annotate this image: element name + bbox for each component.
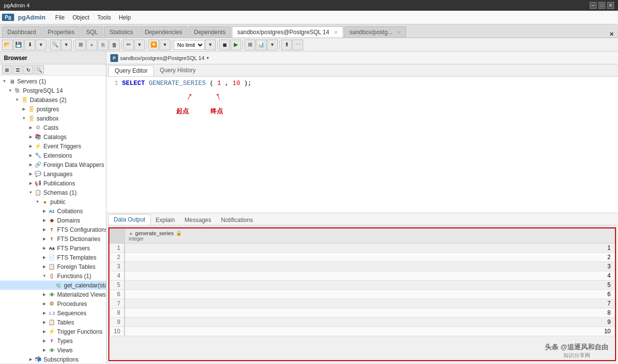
tree-types[interactable]: ▶ T Types [0, 336, 106, 345]
tab-close-icon2[interactable]: ✕ [397, 30, 401, 35]
tab-dashboard[interactable]: Dashboard [2, 26, 41, 38]
toolbar-upload-btn[interactable]: ⬆ [281, 40, 292, 50]
toolbar-dropdown2-btn[interactable]: ▾ [61, 40, 72, 50]
tab-dependencies[interactable]: Dependencies [139, 26, 187, 38]
tree-domains[interactable]: ▶ ◆ Domains [0, 216, 106, 225]
table-row[interactable]: 11 [110, 243, 615, 252]
maximize-button[interactable]: □ [598, 2, 605, 9]
tab-notifications[interactable]: Notifications [216, 215, 258, 225]
tree-tables[interactable]: ▶ 📋 Tables [0, 318, 106, 327]
tree-foreign-tables[interactable]: ▶ 📋 Foreign Tables [0, 262, 106, 271]
tree-subscriptions[interactable]: ▶ 📬 Subscriptions [0, 355, 106, 363]
close-button[interactable]: ✕ [607, 2, 614, 9]
tree-catalogs[interactable]: ▶ 📚 Catalogs [0, 132, 106, 142]
tab-query-editor[interactable]: Query Editor [108, 65, 154, 76]
table-row[interactable]: 66 [110, 289, 615, 299]
tree-databases[interactable]: ▼ 🗄 Databases (2) [0, 95, 106, 104]
toolbar-stop-btn[interactable]: ⏹ [219, 40, 230, 50]
tree-procedures[interactable]: ▶ ⚙ Procedures [0, 299, 106, 308]
tab-dependents[interactable]: Dependents [188, 26, 231, 38]
tree-get-calendar[interactable]: f() get_calendar(start... [0, 281, 106, 290]
toolbar-sep-6 [217, 40, 218, 49]
toolbar-more-btn[interactable]: ⋯ [292, 40, 303, 50]
tree-fdw[interactable]: ▶ 🔗 Foreign Data Wrappers [0, 160, 106, 169]
toolbar-chart-btn[interactable]: 📊 [256, 40, 267, 50]
toolbar-run-btn[interactable]: ▶ [230, 40, 241, 50]
tree-functions[interactable]: ▼ {} Functions (1) [0, 271, 106, 281]
table-row[interactable]: 99 [110, 317, 615, 326]
row-value-cell: 2 [124, 252, 615, 262]
tab-close-icon[interactable]: ✕ [334, 30, 338, 35]
table-row[interactable]: 77 [110, 299, 615, 308]
toolbar-filter-dropdown-btn[interactable]: ▾ [160, 40, 170, 50]
tree-casts[interactable]: ▶ ⚙ Casts [0, 123, 106, 132]
tree-extensions[interactable]: ▶ 🔧 Extensions [0, 151, 106, 160]
tab-sql[interactable]: SQL [81, 26, 103, 38]
toolbar-grid-btn[interactable]: ⊞ [245, 40, 255, 50]
tab-bar-close[interactable]: ✕ [609, 31, 616, 38]
row-value-cell: 8 [124, 308, 615, 317]
tree-postgresql14[interactable]: ▼ 🐘 PostgreSQL 14 [0, 86, 106, 95]
menu-tools[interactable]: Tools [93, 12, 115, 23]
toolbar-download-btn[interactable]: ⬇ [24, 40, 35, 50]
tree-mat-views[interactable]: ▶ 👁 Materialized Views [0, 290, 106, 299]
query-nav-dropdown[interactable]: ▾ [206, 55, 209, 61]
table-row[interactable]: 1010 [110, 326, 615, 336]
table-row[interactable]: 88 [110, 308, 615, 317]
limit-select[interactable]: No limit 100 500 1000 [174, 40, 205, 50]
toolbar-dropdown3-btn[interactable]: ▾ [134, 40, 145, 50]
tree-sandbox-db[interactable]: ▼ 🗄 sandbox [0, 114, 106, 123]
tree-postgres-db[interactable]: ▶ 🗄 postgres [0, 104, 106, 114]
toolbar-delete-btn[interactable]: 🗑 [109, 40, 120, 50]
toolbar-copy-btn[interactable]: ⎘ [98, 40, 108, 50]
tab-properties[interactable]: Properties [42, 26, 80, 38]
row-value-cell: 5 [124, 280, 615, 289]
tree-publications[interactable]: ▶ 📢 Publications [0, 179, 106, 188]
tree-fts-parsers[interactable]: ▶ Aa FTS Parsers [0, 243, 106, 253]
tab-query-sandbox[interactable]: sandbox/postgres@PostgreSQL 14 ✕ [232, 26, 343, 38]
sidebar-toolbar-btn-3[interactable]: ↻ [23, 65, 33, 74]
tab-data-output[interactable]: Data Output [108, 214, 151, 225]
menu-file[interactable]: File [51, 12, 68, 23]
tab-query-history[interactable]: Query History [154, 65, 201, 76]
menu-help[interactable]: Help [115, 12, 135, 23]
menu-object[interactable]: Object [68, 12, 93, 23]
sidebar-toolbar-btn-1[interactable]: ⊞ [2, 65, 12, 74]
tree-sequences[interactable]: ▶ 1.3 Sequences [0, 308, 106, 318]
tree-public[interactable]: ▼ ● public [0, 197, 106, 206]
toolbar-dropdown4-btn[interactable]: ▾ [267, 40, 278, 50]
tab-statistics[interactable]: Statistics [104, 26, 138, 38]
tab-messages[interactable]: Messages [180, 215, 216, 225]
tree-collations[interactable]: ▶ Az Collations [0, 206, 106, 216]
tab-query-sandbox2[interactable]: sandbox/postg... ✕ [344, 26, 406, 38]
toolbar-add-btn[interactable]: + [86, 40, 97, 50]
table-row[interactable]: 55 [110, 280, 615, 289]
tree-fts-dict[interactable]: ▶ T FTS Dictionaries [0, 234, 106, 243]
tree-schemas[interactable]: ▼ 📋 Schemas (1) [0, 188, 106, 197]
tree-servers[interactable]: ▼ 🖥 Servers (1) [0, 77, 106, 86]
tree-trigger-functions[interactable]: ▶ ⚡ Trigger Functions [0, 327, 106, 336]
sidebar-toolbar-btn-search[interactable]: 🔍 [34, 65, 44, 74]
tree-fts-config[interactable]: ▶ T FTS Configurations [0, 225, 106, 234]
table-row[interactable]: 22 [110, 252, 615, 262]
toolbar-edit-btn[interactable]: ✏ [123, 40, 134, 50]
table-row[interactable]: 33 [110, 262, 615, 271]
browser-label: Browser [4, 55, 27, 61]
minimize-button[interactable]: ─ [590, 2, 597, 9]
toolbar-open-btn[interactable]: 📂 [2, 40, 13, 50]
toolbar-search-btn[interactable]: 🔍 [50, 40, 61, 50]
toolbar-dropdown-btn[interactable]: ▾ [36, 40, 46, 50]
tab-explain[interactable]: Explain [151, 215, 180, 225]
tree-fts-templates[interactable]: ▶ 📄 FTS Templates [0, 253, 106, 262]
toolbar-table-btn[interactable]: ⊞ [75, 40, 86, 50]
sidebar-toolbar-btn-2[interactable]: ☰ [13, 65, 22, 74]
toolbar-filter-btn[interactable]: 🔽 [148, 40, 159, 50]
tree-event-triggers[interactable]: ▶ ⚡ Event Triggers [0, 142, 106, 151]
toolbar-save-btn[interactable]: 💾 [13, 40, 24, 50]
table-row[interactable]: 44 [110, 271, 615, 280]
tree-languages[interactable]: ▶ 💬 Languages [0, 169, 106, 179]
sql-editor[interactable]: 1 SELECT GENERATE_SERIES ( 1 , 10 ); ↑ 起… [106, 77, 618, 213]
tree-views[interactable]: ▶ 👁 Views [0, 345, 106, 355]
col-header-generate-series[interactable]: ▲ generate_series 🔒 integer [124, 228, 615, 243]
toolbar-limit-dropdown[interactable]: ▾ [205, 40, 216, 50]
